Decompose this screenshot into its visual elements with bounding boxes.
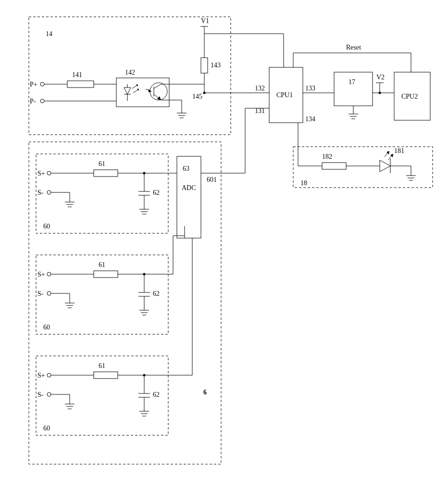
- terminal-s-minus-c: [47, 392, 51, 396]
- resistor-61-c: [94, 372, 118, 379]
- terminal-s-plus-a-label: S+: [37, 170, 45, 177]
- terminal-s-plus-c-label: S+: [37, 372, 45, 379]
- terminal-s-minus-b-label: S-: [37, 290, 44, 297]
- cap-62-a-label: 62: [153, 189, 160, 196]
- cap-62-b-label: 62: [153, 290, 160, 297]
- terminal-s-plus-a: [47, 171, 51, 175]
- ground-icon: [65, 303, 75, 308]
- resistor-182-label: 182: [322, 153, 332, 160]
- ground-icon: [177, 113, 187, 118]
- node-601-label: 601: [207, 176, 217, 183]
- svg-point-84: [143, 273, 146, 276]
- resistor-141: [67, 81, 94, 88]
- v2-label: V2: [376, 74, 385, 81]
- block-60-a-label: 60: [43, 223, 50, 230]
- ground-icon: [348, 114, 358, 119]
- terminal-s-minus-b: [47, 291, 51, 295]
- resistor-61-a: [94, 170, 118, 177]
- terminal-p-minus-label: P-: [30, 98, 36, 105]
- block-6-label: 6: [203, 389, 207, 396]
- led-181-icon: [380, 151, 393, 173]
- pin-133-label: 133: [305, 85, 315, 92]
- pin-132-label: 132: [255, 85, 265, 92]
- optocoupler-142-label: 142: [125, 69, 135, 76]
- terminal-s-plus-b-label: S+: [37, 271, 45, 278]
- terminal-s-minus-a: [47, 190, 51, 194]
- resistor-143: [201, 58, 208, 73]
- pin-134-label: 134: [305, 115, 315, 123]
- ground-icon: [65, 404, 75, 409]
- terminal-s-minus-a-label: S-: [37, 189, 44, 196]
- adc-63-label: 63: [183, 165, 189, 172]
- ground-icon: [139, 411, 149, 416]
- cpu2-label: CPU2: [401, 93, 418, 100]
- resistor-61-a-label: 61: [99, 160, 105, 167]
- block-17: [334, 72, 373, 106]
- node-145-label: 145: [192, 93, 202, 100]
- block-18-label: 18: [300, 179, 307, 187]
- svg-point-100: [143, 374, 146, 377]
- terminal-s-minus-c-label: S-: [37, 391, 44, 398]
- v1-label: V1: [201, 17, 209, 25]
- terminal-p-plus-label: P+: [30, 81, 37, 88]
- resistor-182: [322, 163, 346, 169]
- led-181-label: 181: [394, 147, 404, 154]
- block-60-b-label: 60: [43, 324, 50, 331]
- svg-point-41: [379, 92, 381, 94]
- circuit-diagram: 14 P+ 141 P- 142 145 143: [0, 0, 448, 481]
- block-18: [293, 147, 433, 188]
- terminal-s-plus-c: [47, 373, 51, 377]
- ground-icon: [406, 176, 416, 180]
- adc-label: ADC: [182, 184, 196, 191]
- ground-icon: [65, 202, 75, 207]
- cap-62-c-label: 62: [153, 391, 160, 398]
- block-60-c-label: 60: [43, 425, 50, 432]
- block-14-label: 14: [46, 30, 52, 38]
- svg-marker-48: [380, 160, 390, 172]
- terminal-s-plus-b: [47, 272, 51, 276]
- terminal-p-minus: [40, 99, 44, 103]
- ground-icon: [139, 209, 149, 214]
- ground-icon: [139, 310, 149, 315]
- terminal-p-plus: [40, 82, 44, 86]
- resistor-141-label: 141: [72, 71, 82, 78]
- svg-point-65: [143, 172, 146, 175]
- resistor-61-c-label: 61: [99, 362, 105, 369]
- resistor-61-b: [94, 271, 118, 278]
- optocoupler-142: [116, 78, 169, 107]
- reset-label: Reset: [346, 44, 361, 51]
- resistor-143-label: 143: [211, 62, 221, 69]
- resistor-61-b-label: 61: [99, 261, 105, 268]
- block-17-label: 17: [348, 78, 355, 86]
- cpu1-label: CPU1: [276, 91, 293, 99]
